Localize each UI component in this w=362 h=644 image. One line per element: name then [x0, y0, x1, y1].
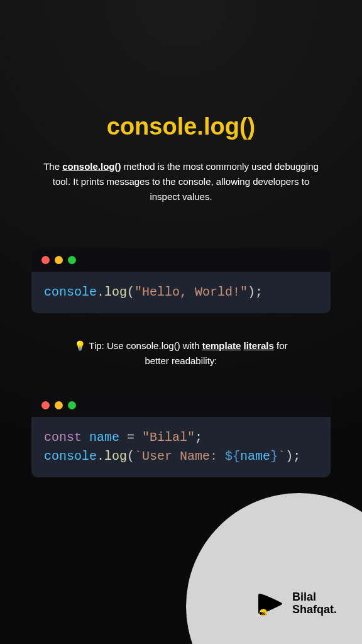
brand-logo: Bs. Bilal Shafqat.: [256, 589, 337, 619]
code-token: =: [119, 430, 142, 445]
code-token: console: [44, 449, 97, 464]
logo-icon: Bs.: [256, 589, 286, 619]
window-controls: [31, 248, 331, 272]
code-token: log: [104, 285, 127, 299]
code-token: console: [44, 285, 97, 299]
window-controls: [31, 394, 331, 417]
tip-prefix: Tip: Use console.log() with: [86, 340, 202, 351]
code-token: name: [240, 449, 270, 464]
maximize-dot-icon: [68, 256, 76, 264]
tip-underline-1: template: [202, 340, 241, 351]
close-dot-icon: [41, 401, 50, 409]
footer-circle: [186, 493, 362, 644]
tip-text: 💡 Tip: Use console.log() with template l…: [31, 338, 331, 369]
description-bold: console.log(): [62, 161, 121, 172]
code-token: `: [278, 449, 285, 464]
code-token: );: [248, 285, 263, 299]
code-body-2: const name = "Bilal";console.log(`User N…: [31, 417, 331, 477]
close-dot-icon: [41, 256, 50, 264]
minimize-dot-icon: [55, 401, 63, 409]
code-token: "Bilal": [142, 430, 195, 445]
code-block-1: console.log("Hello, World!");: [31, 248, 331, 313]
tip-underline-2: literals: [244, 340, 274, 351]
brand-line-1: Bilal: [292, 591, 337, 604]
description-text: The console.log() method is the most com…: [31, 159, 331, 204]
code-token: }: [270, 449, 278, 464]
logo-text: Bilal Shafqat.: [292, 591, 337, 616]
code-token: ;: [195, 430, 202, 445]
code-token: name: [89, 430, 119, 445]
code-token: );: [285, 449, 300, 464]
code-token: `User Name:: [134, 449, 225, 464]
logo-short-text: Bs.: [260, 611, 267, 616]
code-token: "Hello, World!": [134, 285, 248, 299]
code-block-2: const name = "Bilal";console.log(`User N…: [31, 394, 331, 477]
code-body-1: console.log("Hello, World!");: [31, 272, 331, 313]
code-token: (: [127, 449, 134, 464]
code-token: (: [127, 285, 134, 299]
maximize-dot-icon: [68, 401, 76, 409]
brand-line-2: Shafqat.: [292, 604, 337, 616]
content-container: console.log() The console.log() method i…: [0, 0, 362, 477]
code-token: const: [44, 430, 82, 445]
minimize-dot-icon: [55, 256, 63, 264]
code-token: ${: [225, 449, 240, 464]
code-token: log: [104, 449, 127, 464]
code-token: .: [97, 449, 104, 464]
code-token: .: [97, 285, 104, 299]
code-token: [82, 430, 89, 445]
description-prefix: The: [43, 161, 62, 172]
page-title: console.log(): [31, 113, 331, 140]
lightbulb-icon: 💡: [74, 340, 86, 351]
